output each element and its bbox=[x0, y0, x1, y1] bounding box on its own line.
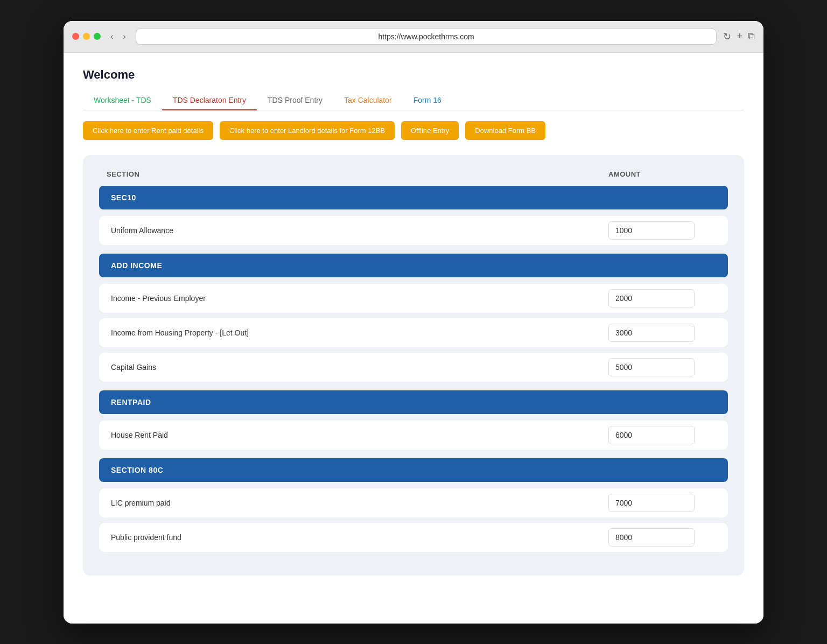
ppf-input[interactable] bbox=[608, 528, 695, 547]
forward-button[interactable]: › bbox=[120, 31, 129, 43]
income-prev-employer-input[interactable] bbox=[608, 289, 695, 307]
tab-proof[interactable]: TDS Proof Entry bbox=[257, 90, 333, 110]
table-header: SECTION AMOUNT bbox=[99, 170, 728, 186]
income-housing-input[interactable] bbox=[608, 324, 695, 342]
offline-entry-button[interactable]: Offline Entry bbox=[401, 121, 459, 140]
capital-gains-amount-wrapper bbox=[602, 354, 720, 381]
ppf-amount-wrapper bbox=[602, 524, 720, 551]
table-row: Income - Previous Employer bbox=[99, 284, 728, 313]
minimize-button[interactable] bbox=[83, 33, 90, 40]
table-row: Public provident fund bbox=[99, 523, 728, 552]
add-income-header-text: ADD INCOME bbox=[111, 261, 162, 270]
lic-premium-label: LIC premium paid bbox=[107, 491, 602, 515]
uniform-allowance-input[interactable] bbox=[608, 221, 695, 240]
house-rent-paid-input[interactable] bbox=[608, 426, 695, 444]
section-add-income: ADD INCOME Income - Previous Employer In… bbox=[99, 254, 728, 382]
page-content: Welcome Worksheet - TDS TDS Declaraton E… bbox=[64, 53, 763, 624]
tab-worksheet[interactable]: Worksheet - TDS bbox=[83, 90, 162, 110]
tabs-bar: Worksheet - TDS TDS Declaraton Entry TDS… bbox=[83, 90, 744, 110]
table-row: Uniform Allowance bbox=[99, 216, 728, 245]
main-card: SECTION AMOUNT SEC10 Uniform Allowance bbox=[83, 155, 744, 576]
income-housing-label: Income from Housing Property - [Let Out] bbox=[107, 321, 602, 345]
action-buttons-bar: Click here to enter Rent paid details Cl… bbox=[83, 121, 744, 140]
tab-declaration[interactable]: TDS Declaraton Entry bbox=[162, 90, 257, 110]
sec10-header-text: SEC10 bbox=[111, 193, 136, 202]
section-80c: SECTION 80C LIC premium paid Public prov… bbox=[99, 458, 728, 552]
copy-icon: ⧉ bbox=[748, 31, 755, 41]
browser-actions: ↻ + ⧉ bbox=[723, 31, 755, 43]
rentpaid-header-text: RENTPAID bbox=[111, 398, 151, 407]
new-tab-button[interactable]: + bbox=[737, 31, 742, 42]
refresh-button[interactable]: ↻ bbox=[723, 31, 731, 43]
landlord-button[interactable]: Click here to enter Landlord details for… bbox=[220, 121, 395, 140]
section-rentpaid: RENTPAID House Rent Paid bbox=[99, 390, 728, 450]
income-housing-amount-wrapper bbox=[602, 319, 720, 346]
plus-icon: + bbox=[737, 31, 742, 41]
refresh-icon: ↻ bbox=[723, 31, 731, 42]
capital-gains-label: Capital Gains bbox=[107, 355, 602, 379]
nav-buttons: ‹ › bbox=[107, 31, 129, 43]
tab-form16[interactable]: Form 16 bbox=[403, 90, 452, 110]
table-row: Income from Housing Property - [Let Out] bbox=[99, 318, 728, 347]
browser-window: ‹ › https://www.pockethrms.com ↻ + ⧉ Wel… bbox=[64, 21, 763, 624]
sec10-header: SEC10 bbox=[99, 186, 728, 209]
tab-calculator[interactable]: Tax Calculator bbox=[333, 90, 403, 110]
ppf-label: Public provident fund bbox=[107, 526, 602, 549]
page-title: Welcome bbox=[83, 68, 744, 82]
maximize-button[interactable] bbox=[94, 33, 101, 40]
col-section-header: SECTION bbox=[107, 170, 602, 178]
download-form-button[interactable]: Download Form BB bbox=[465, 121, 545, 140]
income-prev-employer-amount-wrapper bbox=[602, 285, 720, 312]
capital-gains-input[interactable] bbox=[608, 358, 695, 376]
table-row: LIC premium paid bbox=[99, 488, 728, 517]
lic-premium-amount-wrapper bbox=[602, 489, 720, 516]
section-sec10: SEC10 Uniform Allowance bbox=[99, 186, 728, 245]
rent-paid-button[interactable]: Click here to enter Rent paid details bbox=[83, 121, 213, 140]
uniform-allowance-label: Uniform Allowance bbox=[107, 219, 602, 242]
house-rent-paid-amount-wrapper bbox=[602, 422, 720, 449]
close-button[interactable] bbox=[72, 33, 79, 40]
copy-button[interactable]: ⧉ bbox=[748, 31, 755, 42]
income-prev-employer-label: Income - Previous Employer bbox=[107, 286, 602, 310]
table-row: House Rent Paid bbox=[99, 421, 728, 450]
col-amount-header: AMOUNT bbox=[602, 170, 720, 178]
traffic-lights bbox=[72, 33, 101, 40]
browser-chrome: ‹ › https://www.pockethrms.com ↻ + ⧉ bbox=[64, 21, 763, 53]
uniform-allowance-amount-wrapper bbox=[602, 217, 720, 244]
section80c-header-text: SECTION 80C bbox=[111, 466, 163, 474]
back-button[interactable]: ‹ bbox=[107, 31, 116, 43]
rentpaid-header: RENTPAID bbox=[99, 390, 728, 414]
section80c-header: SECTION 80C bbox=[99, 458, 728, 482]
table-row: Capital Gains bbox=[99, 353, 728, 382]
add-income-header: ADD INCOME bbox=[99, 254, 728, 277]
address-bar[interactable]: https://www.pockethrms.com bbox=[136, 29, 717, 45]
lic-premium-input[interactable] bbox=[608, 494, 695, 512]
house-rent-paid-label: House Rent Paid bbox=[107, 423, 602, 447]
